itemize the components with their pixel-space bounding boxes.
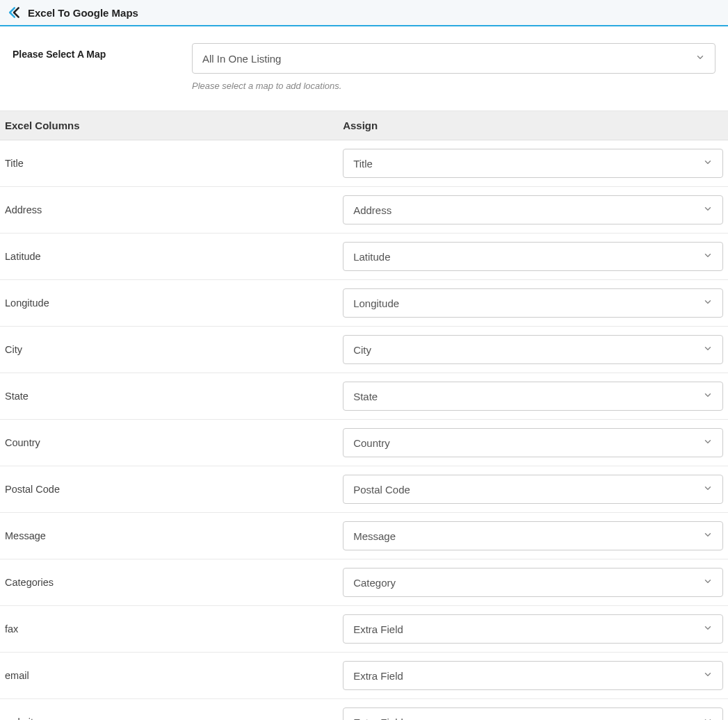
assign-dropdown-value: Message [353, 530, 396, 542]
table-row: websiteExtra Field [0, 699, 728, 721]
chevron-down-icon [703, 158, 713, 170]
map-select-label: Please Select A Map [13, 43, 192, 60]
map-select-value: All In One Listing [202, 53, 281, 65]
chevron-down-icon [703, 251, 713, 263]
assign-dropdown[interactable]: Message [343, 521, 723, 550]
chevron-down-icon [703, 670, 713, 682]
table-row: StateState [0, 373, 728, 420]
table-header-assign: Assign [334, 111, 728, 140]
map-select-dropdown[interactable]: All In One Listing [192, 43, 715, 74]
excel-column-label: Longitude [0, 280, 334, 327]
assign-dropdown-value: Latitude [353, 251, 390, 263]
chevron-down-icon [703, 344, 713, 356]
assign-dropdown[interactable]: City [343, 335, 723, 364]
assign-cell: Message [334, 513, 728, 559]
assign-dropdown[interactable]: Address [343, 195, 723, 224]
excel-column-label: Country [0, 420, 334, 466]
assign-cell: Longitude [334, 280, 728, 327]
map-select-help-text: Please select a map to add locations. [192, 81, 715, 91]
assign-dropdown[interactable]: Extra Field [343, 661, 723, 690]
chevron-down-icon [703, 577, 713, 589]
chevron-down-icon [703, 484, 713, 496]
assign-dropdown-value: City [353, 344, 371, 356]
assign-dropdown[interactable]: State [343, 382, 723, 411]
assign-dropdown-value: State [353, 391, 378, 402]
map-select-row: Please Select A Map All In One Listing P… [13, 43, 715, 91]
table-row: CityCity [0, 327, 728, 373]
chevron-down-icon [703, 530, 713, 542]
assign-cell: State [334, 373, 728, 420]
assign-cell: Latitude [334, 234, 728, 280]
assign-dropdown-value: Extra Field [353, 717, 403, 721]
page-title: Excel To Google Maps [28, 7, 138, 19]
assign-dropdown[interactable]: Postal Code [343, 475, 723, 504]
table-row: emailExtra Field [0, 653, 728, 699]
assign-cell: Extra Field [334, 699, 728, 721]
assign-dropdown-value: Category [353, 577, 396, 589]
chevron-down-icon [703, 297, 713, 309]
table-row: AddressAddress [0, 187, 728, 234]
table-row: CategoriesCategory [0, 559, 728, 606]
excel-column-label: Postal Code [0, 466, 334, 513]
assign-cell: Category [334, 559, 728, 606]
excel-column-label: email [0, 653, 334, 699]
assign-cell: Country [334, 420, 728, 466]
assign-dropdown-value: Postal Code [353, 484, 410, 496]
excel-column-label: fax [0, 606, 334, 653]
table-row: faxExtra Field [0, 606, 728, 653]
assign-cell: Extra Field [334, 653, 728, 699]
assign-dropdown-value: Address [353, 204, 391, 216]
excel-column-label: City [0, 327, 334, 373]
assign-dropdown[interactable]: Extra Field [343, 614, 723, 644]
table-row: MessageMessage [0, 513, 728, 559]
table-row: TitleTitle [0, 140, 728, 187]
table-row: Postal CodePostal Code [0, 466, 728, 513]
page-header: Excel To Google Maps [0, 0, 728, 26]
assign-cell: Address [334, 187, 728, 234]
excel-column-label: Message [0, 513, 334, 559]
assign-cell: City [334, 327, 728, 373]
chevron-down-icon [703, 623, 713, 635]
table-row: LatitudeLatitude [0, 234, 728, 280]
chevron-down-icon [703, 717, 713, 721]
assign-dropdown-value: Country [353, 437, 390, 449]
assign-dropdown[interactable]: Country [343, 428, 723, 457]
table-row: LongitudeLongitude [0, 280, 728, 327]
assign-dropdown-value: Longitude [353, 297, 399, 309]
assign-dropdown-value: Title [353, 158, 373, 170]
table-row: CountryCountry [0, 420, 728, 466]
assign-cell: Extra Field [334, 606, 728, 653]
excel-column-label: Categories [0, 559, 334, 606]
chevron-down-icon [703, 204, 713, 216]
chevron-down-icon [703, 391, 713, 402]
column-mapping-table: Excel Columns Assign TitleTitleAddressAd… [0, 111, 728, 720]
assign-dropdown[interactable]: Category [343, 568, 723, 597]
assign-dropdown[interactable]: Longitude [343, 288, 723, 318]
chevron-down-icon [695, 53, 705, 65]
assign-dropdown[interactable]: Extra Field [343, 707, 723, 720]
chevron-down-icon [703, 437, 713, 449]
table-header-excel-columns: Excel Columns [0, 111, 334, 140]
excel-column-label: Address [0, 187, 334, 234]
app-logo-icon [7, 6, 21, 19]
assign-dropdown[interactable]: Title [343, 149, 723, 178]
excel-column-label: State [0, 373, 334, 420]
assign-dropdown-value: Extra Field [353, 623, 403, 635]
assign-dropdown[interactable]: Latitude [343, 242, 723, 271]
assign-cell: Title [334, 140, 728, 187]
excel-column-label: Title [0, 140, 334, 187]
excel-column-label: website [0, 699, 334, 721]
assign-dropdown-value: Extra Field [353, 670, 403, 682]
assign-cell: Postal Code [334, 466, 728, 513]
excel-column-label: Latitude [0, 234, 334, 280]
